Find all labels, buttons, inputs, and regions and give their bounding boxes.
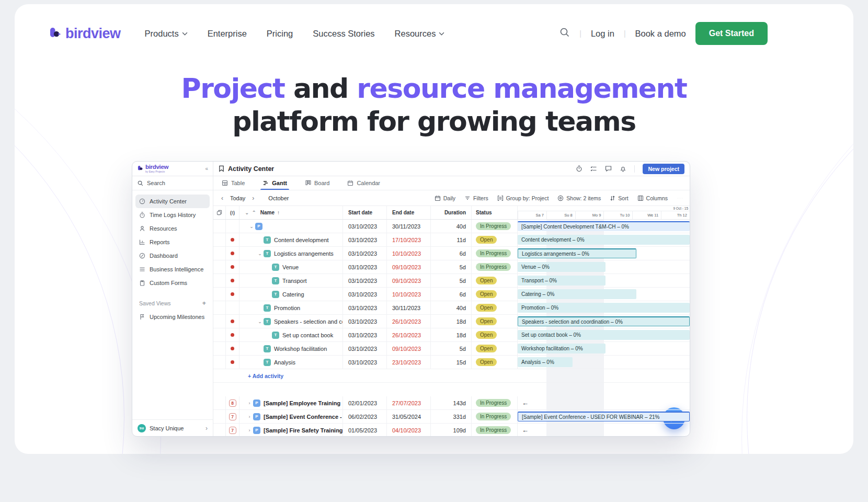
nav-item-resources[interactable]: Resources	[395, 29, 445, 39]
duration-header[interactable]: Duration	[431, 206, 472, 219]
table-row-sample-event-conference-us[interactable]: 7›P[Sample] Event Conference - US06/02/2…	[213, 410, 690, 424]
book-demo-link[interactable]: Book a demo	[635, 29, 686, 39]
checklist-icon[interactable]	[590, 165, 597, 172]
chevron-right-icon[interactable]: ›	[246, 414, 253, 419]
prev-period-icon[interactable]: ‹	[220, 195, 225, 202]
scroll-to-bar-arrow[interactable]: ←	[522, 399, 529, 407]
sort-asc-icon[interactable]: ↑	[277, 210, 280, 215]
clipboard-icon	[139, 280, 145, 286]
add-saved-view-icon[interactable]: +	[202, 299, 206, 307]
status-badge: In Progress	[476, 426, 511, 434]
gantt-bar[interactable]: Transport – 0%	[518, 276, 606, 286]
toolbar-group-by-project[interactable]: Group by: Project	[497, 195, 549, 201]
day-column-su-8: Su 8	[546, 211, 575, 219]
collapse-expand-icons[interactable]: ⌄⌃	[245, 210, 256, 215]
chevron-down-icon[interactable]: ⌄	[256, 319, 264, 324]
sidebar-item-reports[interactable]: Reports	[135, 235, 210, 249]
table-row-set-up-contact-book[interactable]: TSet up contact book03/10/202326/10/2023…	[213, 328, 690, 342]
filter-icon	[464, 195, 471, 201]
table-row-venue[interactable]: TVenue03/10/202309/10/20235dIn ProgressV…	[213, 260, 690, 274]
status-header[interactable]: Status	[472, 206, 518, 219]
table-row-workshop-facilitation[interactable]: TWorkshop facilitation03/10/202309/10/20…	[213, 342, 690, 356]
gantt-bar[interactable]: Analysis – 0%	[518, 357, 573, 367]
app-main: TableGanttBoardCalendar ‹ Today › Octobe…	[213, 176, 690, 436]
sidebar-item-time-logs-history[interactable]: Time Logs History	[135, 208, 210, 222]
table-row-content-development[interactable]: TContent development03/10/202317/10/2023…	[213, 233, 690, 247]
search-icon[interactable]	[559, 27, 570, 40]
gantt-bar[interactable]: Venue – 0%	[518, 262, 606, 272]
tab-board[interactable]: Board	[305, 176, 329, 190]
today-button[interactable]: Today	[230, 195, 245, 201]
gantt-bar[interactable]: Logistics arrangements – 0%	[518, 248, 636, 258]
toolbar-columns[interactable]: Columns	[637, 195, 668, 201]
nav-item-products[interactable]: Products	[145, 29, 188, 39]
bell-icon[interactable]	[620, 165, 626, 172]
sidebar-search[interactable]: Search	[132, 176, 213, 190]
gantt-bar[interactable]: Content development – 0%	[518, 235, 690, 245]
nav-item-success-stories[interactable]: Success Stories	[313, 29, 374, 39]
chevron-right-icon[interactable]: ›	[246, 401, 253, 406]
timer-icon[interactable]	[576, 165, 583, 172]
chevron-down-icon[interactable]: ⌄	[248, 224, 255, 229]
user-account[interactable]: su Stacy Unique ›	[132, 419, 213, 436]
hero-heading: Project and resource management platform…	[15, 72, 853, 139]
gantt-bar[interactable]: Speakers - selection and coordination – …	[518, 316, 690, 326]
sidebar-item-upcoming-milestones[interactable]: Upcoming Milestones	[135, 310, 210, 324]
status-badge: Open	[476, 277, 497, 284]
sidebar-item-resources[interactable]: Resources	[135, 222, 210, 235]
status-badge: Open	[476, 304, 497, 312]
gantt-bar[interactable]: Workshop facilitation – 0%	[518, 344, 606, 353]
task-badge: T	[264, 250, 271, 257]
gantt-bar[interactable]: Catering – 0%	[518, 289, 636, 299]
copy-icon[interactable]	[213, 206, 226, 219]
gantt-bar[interactable]: Set up contact book – 0%	[518, 330, 690, 340]
table-row-sample-fire-safety-training[interactable]: 7›P[Sample] Fire Safety Training01/05/20…	[213, 424, 690, 436]
sidebar-item-business-intelligence[interactable]: Business Intelligence	[135, 263, 210, 276]
toolbar-daily[interactable]: Daily	[435, 195, 455, 201]
chevron-right-icon[interactable]: ›	[246, 428, 253, 433]
gantt-bar[interactable]: [Sample] Event Conference - USED FOR WEB…	[518, 412, 690, 421]
table-row-analysis[interactable]: TAnalysis03/10/202323/10/202315dOpenAnal…	[213, 356, 690, 369]
table-row-logistics-arrangements[interactable]: ⌄TLogistics arrangements03/10/202310/10/…	[213, 247, 690, 260]
duration-cell: 40d	[431, 220, 472, 233]
toolbar-sort[interactable]: Sort	[610, 195, 628, 201]
activity-name: Transport	[282, 278, 307, 284]
task-badge: T	[272, 332, 279, 339]
chevron-down-icon[interactable]: ⌄	[256, 251, 264, 256]
sidebar-item-dashboard[interactable]: Dashboard	[135, 249, 210, 263]
table-row-transport[interactable]: TTransport03/10/202309/10/20235dOpenTran…	[213, 274, 690, 288]
table-row-speakers-selection-and-coo[interactable]: ⌄TSpeakers - selection and coo03/10/2023…	[213, 315, 690, 328]
view-tabs: TableGanttBoardCalendar	[213, 176, 690, 190]
person-icon	[139, 225, 145, 232]
tab-gantt[interactable]: Gantt	[262, 176, 287, 190]
toolbar-show-2-items[interactable]: Show: 2 items	[557, 195, 601, 201]
gantt-bar[interactable]: [Sample] Content Development T&M-CH – 0%	[518, 221, 690, 231]
tab-table[interactable]: Table	[222, 176, 245, 190]
get-started-button[interactable]: Get Started	[695, 22, 768, 45]
nav-item-pricing[interactable]: Pricing	[267, 29, 293, 39]
gantt-bar[interactable]: Promotion – 0%	[518, 303, 690, 313]
sidebar-item-custom-forms[interactable]: Custom Forms	[135, 276, 210, 290]
table-row[interactable]: ⌄P03/10/202330/11/202340dIn Progress[Sam…	[213, 220, 690, 233]
end-date-header[interactable]: End date	[387, 206, 431, 219]
tab-calendar[interactable]: Calendar	[347, 176, 380, 190]
add-activity-button[interactable]: + Add activity	[213, 369, 518, 382]
start-date-header[interactable]: Start date	[343, 206, 387, 219]
comment-icon[interactable]	[605, 165, 612, 172]
next-period-icon[interactable]: ›	[250, 195, 256, 202]
nav-item-enterprise[interactable]: Enterprise	[208, 29, 247, 39]
app-logo[interactable]: birdview by Easy Projects	[138, 164, 168, 174]
toolbar-more-icon[interactable]	[677, 195, 683, 201]
birdview-logo[interactable]: birdview	[49, 26, 121, 42]
collapse-sidebar-icon[interactable]: «	[205, 166, 208, 172]
new-project-button[interactable]: New project	[643, 164, 684, 174]
sidebar-item-activity-center[interactable]: Activity Center	[135, 195, 210, 208]
toolbar-filters[interactable]: Filters	[464, 195, 488, 201]
search-icon	[138, 180, 143, 186]
table-row-promotion[interactable]: TPromotion03/10/202330/11/202340dOpenPro…	[213, 301, 690, 315]
scroll-to-bar-arrow[interactable]: ←	[522, 426, 529, 434]
table-row-sample-employee-training[interactable]: 8›P[Sample] Employee Training02/01/20232…	[213, 396, 690, 410]
gantt-icon	[262, 180, 269, 186]
login-link[interactable]: Log in	[591, 29, 614, 39]
table-row-catering[interactable]: TCatering03/10/202310/10/20236dOpenCater…	[213, 288, 690, 301]
